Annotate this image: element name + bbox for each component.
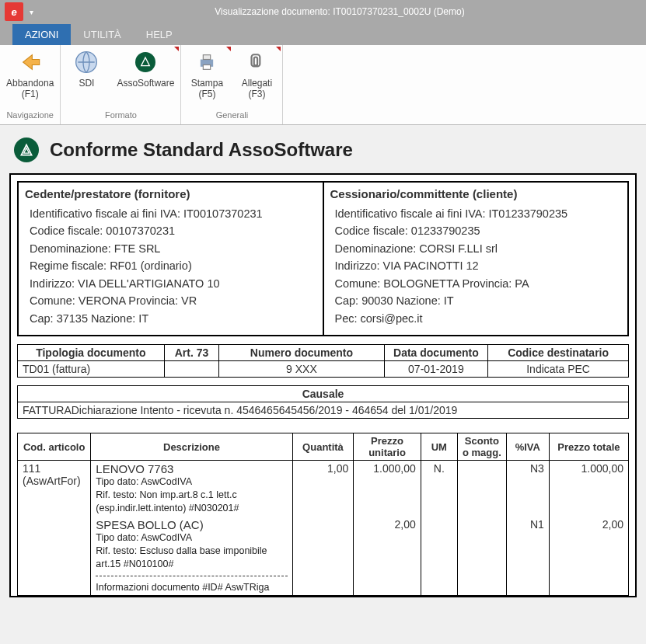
fornitore-com: Comune: VERONA Provincia: VR	[30, 292, 316, 309]
assosoftware-icon	[133, 50, 158, 75]
meta-num: 9 XXX	[219, 361, 384, 378]
meta-dest: Indicata PEC	[488, 361, 629, 378]
group-label-generali: Generali	[187, 106, 276, 123]
fornitore-regime: Regime fiscale: RF01 (ordinario)	[30, 257, 316, 274]
title-bar: e ▾ Visualizzazione documento: IT0010737…	[0, 0, 646, 23]
ribbon-tabs: AZIONI UTILITÀ HELP	[0, 23, 646, 45]
abbandona-button[interactable]: Abbandona (F1)	[6, 50, 54, 99]
line-tot: 1.000,00 2,00	[549, 461, 628, 596]
document-title: Conforme Standard AssoSoftware	[50, 139, 353, 161]
app-icon: e	[5, 2, 23, 21]
cliente-title: Cessionario/committente (cliente)	[330, 187, 622, 200]
line-row: 111 (AswArtFor) LENOVO 7763 Tipo dato: A…	[18, 461, 629, 596]
abbandona-shortcut: (F1)	[22, 89, 39, 99]
causale-table: Causale FATTURADichiarazione Intento - r…	[17, 385, 629, 419]
paperclip-icon	[244, 50, 269, 75]
cliente-cap: Cap: 90030 Nazione: IT	[335, 292, 622, 309]
fornitore-ind: Indirizzo: VIA DELL'ARTIGIANATO 10	[30, 275, 316, 292]
sdi-label: SDI	[79, 78, 94, 89]
cliente-box: Cessionario/committente (cliente) Identi…	[323, 183, 628, 335]
doc-meta-table: Tipologia documento Art. 73 Numero docum…	[17, 344, 629, 378]
allegati-button[interactable]: Allegati (F3)	[237, 50, 276, 99]
invoice-page: Cedente/prestatore (fornitore) Identific…	[9, 173, 637, 597]
lh-qta: Quantità	[292, 433, 354, 461]
lines-table: Cod. articolo Descrizione Quantità Prezz…	[17, 433, 629, 596]
meta-tipo: TD01 (fattura)	[18, 361, 165, 378]
svg-rect-5	[254, 57, 257, 66]
stampa-button[interactable]: Stampa (F5)	[187, 50, 226, 99]
stampa-shortcut: (F5)	[198, 89, 215, 99]
meta-h-art73: Art. 73	[164, 345, 219, 361]
tab-help[interactable]: HELP	[134, 24, 185, 45]
assosoftware-button[interactable]: AssoSoftware	[117, 50, 174, 89]
assosoftware-label: AssoSoftware	[117, 78, 174, 89]
svg-rect-3	[204, 65, 211, 70]
tab-utilita[interactable]: UTILITÀ	[71, 24, 133, 45]
sdi-button[interactable]: SDI	[67, 50, 106, 89]
ribbon-group-navigazione: Abbandona (F1) Navigazione	[0, 45, 61, 124]
parties-box: Cedente/prestatore (fornitore) Identific…	[17, 181, 629, 336]
fornitore-den: Denominazione: FTE SRL	[30, 240, 316, 257]
lh-tot: Prezzo totale	[549, 433, 628, 461]
line-sconto	[457, 461, 506, 596]
ribbon-group-formato: SDI AssoSoftware Formato	[61, 45, 181, 124]
meta-data: 07-01-2019	[384, 361, 488, 378]
meta-h-data: Data documento	[384, 345, 488, 361]
window-title: Visualizzazione documento: IT00107370231…	[33, 6, 646, 17]
back-arrow-icon	[18, 50, 43, 75]
fornitore-cf: Codice fiscale: 00107370231	[30, 222, 316, 239]
cliente-den: Denominazione: CORSI F.LLI srl	[335, 240, 622, 257]
sdi-icon	[74, 50, 99, 75]
svg-rect-2	[204, 55, 211, 60]
meta-h-tipo: Tipologia documento	[18, 345, 165, 361]
allegati-label: Allegati	[242, 78, 272, 89]
document-viewer: Conforme Standard AssoSoftware Cedente/p…	[0, 125, 646, 604]
meta-art73	[164, 361, 219, 378]
assosoftware-logo-icon	[14, 138, 39, 162]
lh-um: UM	[421, 433, 457, 461]
causale-val: FATTURADichiarazione Intento - ricevuta …	[18, 402, 629, 419]
lh-iva: %IVA	[506, 433, 549, 461]
cliente-ind: Indirizzo: VIA PACINOTTI 12	[335, 257, 622, 274]
lh-pu: Prezzo unitario	[354, 433, 421, 461]
group-label-nav: Navigazione	[6, 106, 54, 123]
group-label-formato: Formato	[67, 106, 174, 123]
causale-h: Causale	[18, 386, 629, 402]
cliente-pec: Pec: corsi@pec.it	[335, 310, 622, 327]
stampa-label: Stampa	[191, 78, 223, 89]
line-pu: 1.000,00 2,00	[354, 461, 421, 596]
meta-h-num: Numero documento	[219, 345, 384, 361]
meta-h-dest: Codice destinatario	[488, 345, 629, 361]
document-header: Conforme Standard AssoSoftware	[14, 138, 638, 162]
fornitore-cap: Cap: 37135 Nazione: IT	[30, 310, 316, 327]
line-iva: N3 N1	[506, 461, 549, 596]
ribbon-group-generali: Stampa (F5) Allegati (F3) Generali	[181, 45, 283, 124]
fornitore-iva: Identificativo fiscale ai fini IVA: IT00…	[30, 205, 316, 222]
printer-icon	[194, 50, 219, 75]
cliente-iva: Identificativo fiscale ai fini IVA: IT01…	[335, 205, 622, 222]
lh-desc: Descrizione	[91, 433, 292, 461]
abbandona-label: Abbandona	[6, 78, 54, 89]
tab-azioni[interactable]: AZIONI	[12, 24, 71, 45]
fornitore-box: Cedente/prestatore (fornitore) Identific…	[19, 183, 323, 335]
ribbon: Abbandona (F1) Navigazione SDI AssoSoftw…	[0, 45, 646, 125]
cliente-com: Comune: BOLOGNETTA Provincia: PA	[335, 275, 622, 292]
allegati-shortcut: (F3)	[248, 89, 265, 99]
cliente-cf: Codice fiscale: 01233790235	[335, 222, 622, 239]
lh-sconto: Sconto o magg.	[457, 433, 506, 461]
lh-cod: Cod. articolo	[18, 433, 91, 461]
line-cod: 111 (AswArtFor)	[18, 461, 91, 596]
fornitore-title: Cedente/prestatore (fornitore)	[25, 187, 316, 200]
line-qta: 1,00	[292, 461, 354, 596]
line-um: N.	[421, 461, 457, 596]
line-desc: LENOVO 7763 Tipo dato: AswCodIVA Rif. te…	[91, 461, 292, 596]
